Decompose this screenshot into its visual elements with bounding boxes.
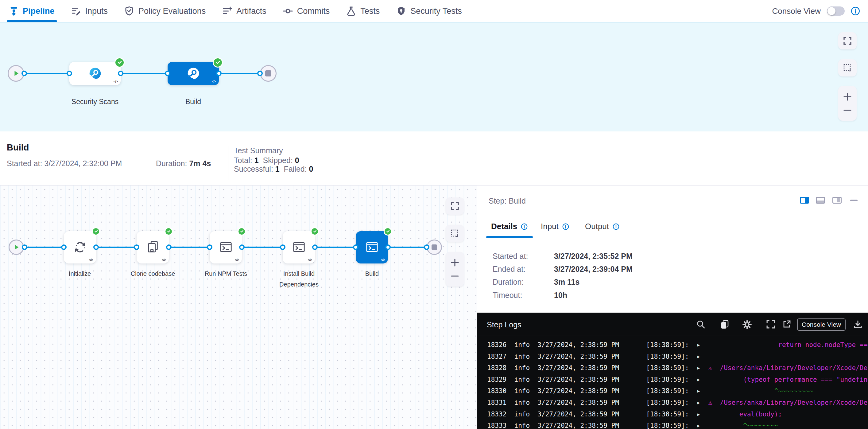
active-tab-underline	[486, 236, 533, 238]
code-glyph: </>	[212, 80, 216, 83]
stage-node-build[interactable]: </>	[167, 62, 219, 85]
summary-started: Started at: 3/27/2024, 2:32:00 PM	[7, 159, 122, 168]
inputs-icon	[71, 6, 81, 16]
log-line: 18327 info 3/27/2024, 2:38:59 PM [18:38:…	[487, 351, 704, 363]
stage-label-security-scans[interactable]: Security Scans	[71, 98, 119, 106]
layout-overlay-button[interactable]	[832, 197, 842, 204]
log-line: 18330 info 3/27/2024, 2:38:59 PM [18:38:…	[487, 386, 813, 397]
test-summary-counts2: Successful: 1 Failed: 0	[234, 164, 313, 174]
step-node-clone-codebase[interactable]: </>	[136, 231, 169, 264]
summary-title: Build	[7, 143, 29, 153]
minimize-panel-button[interactable]	[850, 200, 858, 201]
step-label-install-build-dependencies[interactable]: Install Build Dependencies	[273, 268, 325, 290]
zoom-in-icon[interactable]	[843, 92, 852, 101]
canvas-selection-button[interactable]	[838, 59, 857, 76]
tab-commits-label: Commits	[297, 6, 330, 16]
copy-icon[interactable]	[720, 320, 730, 329]
info-icon	[613, 223, 619, 230]
layout-fill	[805, 198, 808, 203]
info-icon	[562, 223, 569, 230]
status-success-badge	[115, 58, 124, 67]
test-summary-title: Test Summary	[234, 146, 283, 155]
step-node-initialize[interactable]: </>	[64, 231, 96, 264]
detail-value: 3/27/2024, 2:39:04 PM	[554, 265, 632, 274]
edge-connector	[312, 244, 318, 250]
edge-connector	[61, 244, 67, 250]
console-view-toggle[interactable]	[827, 6, 845, 16]
tab-security-tests[interactable]: Security Tests	[396, 0, 462, 22]
step-node-install-build-dependencies[interactable]: </>	[283, 231, 315, 264]
edge-connector	[118, 71, 123, 76]
code-glyph: </>	[235, 258, 239, 262]
status-success-badge	[239, 228, 245, 235]
security-tests-icon	[396, 6, 406, 16]
tab-policy-evaluations[interactable]: Policy Evaluations	[124, 0, 206, 22]
edge-connector	[385, 244, 391, 250]
step-details-panel: Step: Build Details Input Output Started…	[477, 185, 868, 429]
stop-icon	[432, 244, 437, 250]
tab-tests[interactable]: Tests	[346, 0, 380, 22]
tab-inputs-label: Inputs	[85, 6, 108, 16]
edge-connector	[257, 71, 263, 76]
stage-label-build[interactable]: Build	[185, 98, 201, 106]
tests-icon	[346, 6, 356, 16]
tab-pipeline[interactable]: Pipeline	[9, 0, 55, 22]
edge-connector	[22, 71, 27, 76]
edge-connector	[353, 244, 359, 250]
tab-input[interactable]: Input	[541, 222, 569, 231]
external-link-icon[interactable]	[782, 320, 791, 329]
canvas-fullscreen-button[interactable]	[446, 197, 464, 215]
step-label-build[interactable]: Build	[329, 268, 415, 279]
detail-value: 3/27/2024, 2:35:52 PM	[554, 252, 632, 261]
copy-pages-icon	[146, 240, 160, 254]
step-node-build[interactable]: </>	[356, 231, 388, 264]
pipeline-execution-page: Pipeline Inputs Policy Evaluations Artif…	[0, 0, 868, 429]
tab-artifacts[interactable]: Artifacts	[222, 0, 267, 22]
layout-split-bottom-button[interactable]	[816, 197, 825, 204]
gear-icon[interactable]	[742, 320, 752, 329]
tab-inputs[interactable]: Inputs	[71, 0, 108, 22]
tab-tests-label: Tests	[360, 6, 380, 16]
zoom-in-icon[interactable]	[451, 258, 459, 267]
log-line: 18326 info 3/27/2024, 2:38:59 PM [18:38:…	[487, 339, 868, 351]
step-label-run-npm-tests[interactable]: Run NPM Tests	[183, 268, 269, 279]
code-glyph: </>	[381, 258, 385, 262]
tab-details[interactable]: Details	[491, 222, 528, 231]
tab-commits[interactable]: Commits	[283, 0, 330, 22]
policy-evaluations-icon	[124, 6, 134, 16]
stage-node-security-scans[interactable]: </>	[69, 62, 121, 85]
step-logs-body: 18326 info 3/27/2024, 2:38:59 PM [18:38:…	[477, 336, 868, 429]
edge-connector	[165, 71, 170, 76]
selection-icon	[451, 229, 459, 238]
zoom-out-icon[interactable]	[451, 272, 459, 280]
stage-graph-canvas: </> </> Security Scans Build	[0, 23, 868, 131]
step-graph-canvas: </> </> </> </>	[0, 185, 477, 429]
step-node-run-npm-tests[interactable]: </>	[210, 231, 242, 264]
summary-divider	[228, 146, 228, 180]
zoom-out-icon[interactable]	[843, 106, 852, 115]
tab-security-tests-label: Security Tests	[410, 6, 462, 16]
tab-output[interactable]: Output	[585, 222, 619, 231]
layout-fill	[817, 201, 824, 203]
console-view-button[interactable]: Console View	[797, 318, 846, 331]
fullscreen-icon[interactable]	[766, 320, 775, 329]
canvas-selection-button[interactable]	[446, 225, 464, 242]
build-summary: Build Started at: 3/27/2024, 2:32:00 PM …	[0, 131, 868, 185]
terminal-icon	[219, 240, 233, 254]
status-success-badge	[93, 228, 99, 235]
log-line: 18328 info 3/27/2024, 2:38:59 PM [18:38:…	[487, 362, 868, 374]
download-icon[interactable]	[854, 320, 862, 329]
nav-tabs: Pipeline Inputs Policy Evaluations Artif…	[9, 0, 462, 22]
info-icon[interactable]	[851, 6, 860, 16]
code-glyph: </>	[114, 80, 118, 83]
canvas-fullscreen-button[interactable]	[838, 32, 857, 50]
tab-details-label: Details	[491, 222, 517, 231]
detail-value: 10h	[554, 291, 567, 300]
terminal-icon	[292, 240, 306, 254]
edge-connector	[239, 244, 245, 250]
tabs-divider	[477, 238, 868, 238]
search-icon[interactable]	[696, 320, 705, 329]
stage-edge	[16, 73, 268, 74]
tab-artifacts-label: Artifacts	[236, 6, 267, 16]
layout-split-right-button[interactable]	[800, 197, 809, 204]
